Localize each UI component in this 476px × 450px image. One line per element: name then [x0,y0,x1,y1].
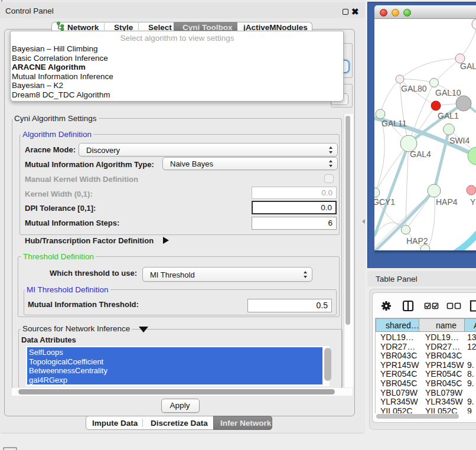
svg-text:SWI4: SWI4 [449,136,470,145]
svg-text:GAL10: GAL10 [435,88,461,97]
svg-text:HAP2: HAP2 [406,236,428,246]
svg-text:GAL7: GAL7 [460,61,476,71]
svg-text:GAL11: GAL11 [382,119,407,128]
svg-text:Y: Y [470,197,476,207]
svg-text:GAL4: GAL4 [410,149,431,159]
svg-text:GAL1: GAL1 [438,111,459,120]
svg-text:GAL80: GAL80 [401,84,427,93]
svg-text:HAP4: HAP4 [436,197,458,207]
svg-text:GCY1: GCY1 [374,197,395,207]
